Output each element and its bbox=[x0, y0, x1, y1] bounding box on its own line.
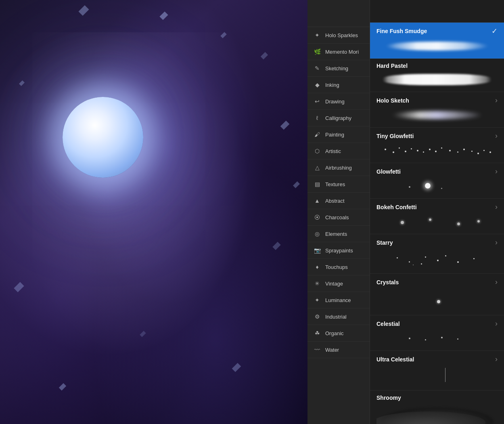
airbrushing-icon: △ bbox=[313, 164, 321, 172]
brush-edit-icon-celestial[interactable]: › bbox=[495, 319, 498, 328]
sidebar-item-industrial[interactable]: ⚙Industrial bbox=[307, 309, 370, 325]
brush-edit-icon-tiny-glowfetti[interactable]: › bbox=[495, 132, 498, 140]
sidebar-label-inking: Inking bbox=[325, 82, 339, 88]
sidebar-item-drawing[interactable]: ↩Drawing bbox=[307, 93, 370, 110]
brush-edit-icon-bokeh-confetti[interactable]: › bbox=[495, 203, 498, 211]
tiny-dot bbox=[423, 151, 424, 153]
sidebar-item-elements[interactable]: ◎Elements bbox=[307, 226, 370, 242]
sidebar-item-abstract[interactable]: ▲Abstract bbox=[307, 193, 370, 209]
sidebar-item-holo-sparkles[interactable]: ✦Holo Sparkles bbox=[307, 27, 370, 44]
sidebar-label-luminance: Luminance bbox=[325, 297, 351, 303]
inking-icon: ◆ bbox=[313, 81, 321, 89]
glow-dot-small bbox=[409, 186, 410, 188]
charcoals-icon: ⦿ bbox=[313, 213, 321, 221]
tiny-dot bbox=[489, 151, 491, 153]
brush-item-header-celestial: Celestial› bbox=[376, 319, 498, 328]
star-dot bbox=[445, 255, 446, 256]
sidebar-item-artistic[interactable]: ⬡Artistic bbox=[307, 143, 370, 160]
brush-item-starry[interactable]: Starry› bbox=[370, 234, 504, 274]
celestial-dot bbox=[409, 338, 410, 339]
sidebar-item-inking[interactable]: ◆Inking bbox=[307, 77, 370, 93]
memento-mori-icon: 🌿 bbox=[313, 48, 321, 56]
sidebar-item-charcoals[interactable]: ⦿Charcoals bbox=[307, 209, 370, 226]
brush-item-header-glowfetti: Glowfetti› bbox=[376, 167, 498, 176]
industrial-icon: ⚙ bbox=[313, 313, 321, 321]
glow-dot-main bbox=[425, 183, 431, 189]
tiny-dot bbox=[457, 151, 458, 153]
brush-item-celestial[interactable]: Celestial› bbox=[370, 315, 504, 351]
sidebar-item-memento-mori[interactable]: 🌿Memento Mori bbox=[307, 44, 370, 60]
brush-preview-celestial bbox=[376, 330, 498, 346]
brush-item-hard-pastel[interactable]: Hard Pastel bbox=[370, 59, 504, 92]
brush-item-header-tiny-glowfetti: Tiny Glowfetti› bbox=[376, 132, 498, 140]
sidebar-item-touchups[interactable]: ♦Touchups bbox=[307, 259, 370, 275]
tiny-dot bbox=[385, 149, 386, 150]
brush-item-bokeh-confetti[interactable]: Bokeh Confetti› bbox=[370, 199, 504, 234]
brush-edit-icon-crystals[interactable]: › bbox=[495, 278, 498, 286]
luminance-icon: ✦ bbox=[313, 296, 321, 304]
sidebar-item-water[interactable]: 〰Water bbox=[307, 342, 370, 358]
star-dot bbox=[473, 258, 475, 259]
brush-item-ultra-celestial[interactable]: Ultra Celestial› bbox=[370, 351, 504, 390]
brush-edit-icon-holo-sketch[interactable]: › bbox=[495, 96, 498, 105]
brush-preview-shroomy bbox=[376, 403, 498, 424]
brush-name-holo-sketch: Holo Sketch bbox=[376, 97, 409, 104]
brush-edit-icon-starry[interactable]: › bbox=[495, 238, 498, 247]
brush-edit-icon-ultra-celestial[interactable]: › bbox=[495, 355, 498, 363]
add-button[interactable] bbox=[350, 7, 363, 20]
brush-item-glowfetti[interactable]: Glowfetti› bbox=[370, 163, 504, 199]
orb-glow bbox=[63, 97, 143, 178]
calligraphy-icon: ℓ bbox=[313, 114, 321, 122]
brush-edit-icon-fine-fush-smudge[interactable]: ✓ bbox=[491, 27, 498, 36]
sidebar-item-airbrushing[interactable]: △Airbrushing bbox=[307, 160, 370, 176]
sidebar-item-luminance[interactable]: ✦Luminance bbox=[307, 292, 370, 309]
bokeh-dot bbox=[401, 221, 404, 224]
water-icon: 〰 bbox=[313, 346, 321, 354]
sidebar-label-elements: Elements bbox=[325, 231, 347, 237]
star-dot-tiny bbox=[413, 264, 414, 265]
brush-name-starry: Starry bbox=[376, 239, 393, 246]
brush-list: Fine Fush Smudge✓Hard PastelHolo Sketch›… bbox=[370, 23, 504, 424]
sidebar-label-holo-sparkles: Holo Sparkles bbox=[325, 32, 358, 38]
celestial-dot bbox=[457, 338, 458, 340]
tiny-dot bbox=[417, 150, 418, 151]
spraypaints-icon: 📷 bbox=[313, 246, 321, 254]
sidebar-label-textures: Textures bbox=[325, 181, 345, 187]
brush-item-holo-sketch[interactable]: Holo Sketch› bbox=[370, 92, 504, 128]
sketching-icon: ✎ bbox=[313, 64, 321, 72]
brush-item-tiny-glowfetti[interactable]: Tiny Glowfetti› bbox=[370, 128, 504, 163]
crystal-dot bbox=[437, 300, 440, 303]
brush-item-crystals[interactable]: Crystals› bbox=[370, 274, 504, 315]
brush-item-header-shroomy: Shroomy bbox=[376, 395, 498, 401]
brush-preview-starry bbox=[376, 249, 498, 269]
tiny-dot bbox=[393, 151, 394, 153]
sidebar-label-drawing: Drawing bbox=[325, 99, 345, 105]
brush-list-header bbox=[370, 0, 504, 23]
sidebar-item-textures[interactable]: ▤Textures bbox=[307, 176, 370, 193]
sidebar-label-spraypaints: Spraypaints bbox=[325, 248, 353, 254]
sidebar-label-painting: Painting bbox=[325, 132, 344, 138]
organic-icon: ☘ bbox=[313, 329, 321, 337]
celestial-dot bbox=[441, 337, 443, 338]
sidebar-item-vintage[interactable]: ✳Vintage bbox=[307, 275, 370, 292]
sidebar-item-sketching[interactable]: ✎Sketching bbox=[307, 60, 370, 77]
tiny-dot bbox=[441, 147, 442, 149]
figure-glow bbox=[32, 32, 274, 396]
sidebar-item-organic[interactable]: ☘Organic bbox=[307, 325, 370, 342]
brush-name-bokeh-confetti: Bokeh Confetti bbox=[376, 204, 417, 210]
star-dot bbox=[457, 261, 459, 263]
brush-edit-icon-glowfetti[interactable]: › bbox=[495, 167, 498, 176]
brush-item-shroomy[interactable]: Shroomy bbox=[370, 390, 504, 424]
brush-item-fine-fush-smudge[interactable]: Fine Fush Smudge✓ bbox=[370, 23, 504, 59]
star-dot bbox=[409, 261, 410, 262]
bokeh-dot bbox=[457, 222, 460, 225]
brush-name-tiny-glowfetti: Tiny Glowfetti bbox=[376, 133, 414, 139]
vintage-icon: ✳ bbox=[313, 279, 321, 288]
panel-header bbox=[307, 0, 370, 27]
painting-icon: 🖌 bbox=[313, 130, 321, 139]
sidebar-item-painting[interactable]: 🖌Painting bbox=[307, 126, 370, 143]
sidebar-item-calligraphy[interactable]: ℓCalligraphy bbox=[307, 110, 370, 126]
brush-item-header-crystals: Crystals› bbox=[376, 278, 498, 286]
brush-preview-crystals bbox=[376, 289, 498, 311]
sidebar-item-spraypaints[interactable]: 📷Spraypaints bbox=[307, 242, 370, 259]
